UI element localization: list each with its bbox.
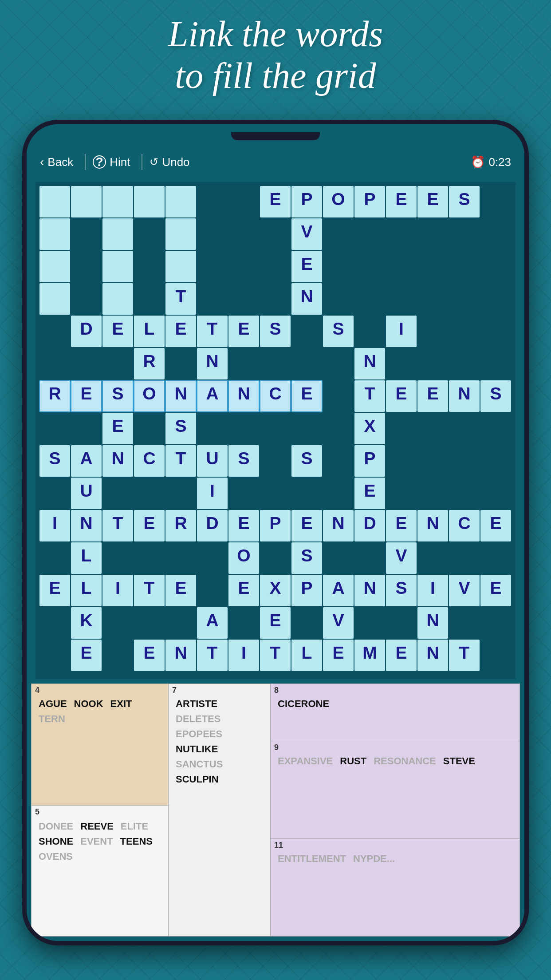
- svg-rect-35: [417, 218, 449, 250]
- svg-rect-250: [480, 542, 512, 574]
- word-steve[interactable]: STEVE: [441, 755, 478, 768]
- svg-text:I: I: [210, 481, 215, 500]
- svg-rect-25: [134, 218, 165, 250]
- group-11-content: ENTITLEMENT NYPDE...: [271, 849, 520, 869]
- svg-rect-60: [197, 283, 228, 315]
- svg-text:T: T: [176, 449, 186, 468]
- word-nypd[interactable]: NYPDE...: [350, 852, 398, 865]
- word-epopees[interactable]: EPOPEES: [173, 727, 266, 741]
- svg-text:E: E: [395, 514, 407, 533]
- svg-rect-53: [480, 250, 512, 283]
- svg-text:P: P: [269, 514, 281, 533]
- svg-text:T: T: [207, 643, 218, 662]
- svg-text:U: U: [206, 449, 218, 468]
- back-icon: ‹: [40, 155, 44, 169]
- svg-text:E: E: [395, 643, 407, 662]
- top-bar: ‹ Back ? Hint ↺ Undo ⏰ 0:23: [27, 146, 524, 178]
- word-event[interactable]: EVENT: [78, 835, 115, 848]
- svg-rect-181: [417, 445, 449, 477]
- svg-rect-40: [102, 251, 133, 282]
- phone-inner: ‹ Back ? Hint ↺ Undo ⏰ 0:23 EPOP: [27, 124, 524, 941]
- svg-text:L: L: [144, 319, 155, 338]
- svg-rect-103: [228, 348, 260, 380]
- group-8-number: 8: [274, 686, 279, 695]
- svg-text:E: E: [301, 514, 312, 533]
- svg-rect-109: [386, 348, 417, 380]
- svg-text:L: L: [81, 546, 92, 565]
- svg-rect-92: [417, 315, 449, 348]
- word-elite[interactable]: ELITE: [118, 820, 151, 833]
- svg-rect-158: [449, 412, 480, 445]
- word-sculpin[interactable]: SCULPIN: [173, 773, 266, 786]
- word-shone[interactable]: SHONE: [36, 835, 76, 848]
- word-expansive[interactable]: EXPANSIVE: [275, 755, 335, 768]
- word-donee[interactable]: DONEE: [36, 820, 76, 833]
- svg-text:N: N: [426, 514, 439, 533]
- svg-rect-199: [417, 477, 449, 510]
- group-7-number: 7: [172, 686, 177, 695]
- hint-button[interactable]: ? Hint: [93, 155, 130, 169]
- word-group-8: 8 CICERONE: [271, 684, 520, 741]
- svg-text:E: E: [80, 643, 92, 662]
- back-button[interactable]: ‹ Back: [40, 155, 73, 169]
- timer-display: ⏰ 0:23: [471, 155, 511, 169]
- word-teens[interactable]: TEENS: [118, 835, 155, 848]
- svg-rect-93: [449, 315, 480, 348]
- svg-rect-192: [228, 477, 260, 510]
- svg-text:V: V: [301, 222, 312, 241]
- svg-text:C: C: [143, 449, 155, 468]
- svg-rect-69: [449, 283, 480, 315]
- word-sanctus[interactable]: SANCTUS: [173, 758, 266, 771]
- svg-rect-300: [39, 639, 71, 672]
- svg-rect-288: [228, 607, 260, 639]
- svg-rect-34: [386, 218, 417, 250]
- svg-text:N: N: [111, 449, 124, 468]
- svg-text:S: S: [395, 578, 407, 597]
- word-cicerone[interactable]: CICERONE: [275, 697, 332, 711]
- word-nutlike[interactable]: NUTLIKE: [173, 743, 266, 756]
- back-label: Back: [47, 155, 73, 169]
- svg-text:E: E: [143, 643, 155, 662]
- svg-rect-149: [197, 412, 228, 445]
- svg-text:R: R: [48, 384, 61, 403]
- svg-rect-54: [39, 283, 70, 315]
- svg-rect-51: [417, 250, 449, 283]
- word-nook[interactable]: NOOK: [71, 697, 106, 711]
- word-ovens[interactable]: OVENS: [36, 850, 75, 863]
- svg-rect-56: [102, 283, 133, 315]
- word-resonance[interactable]: RESONANCE: [371, 755, 439, 768]
- undo-button[interactable]: ↺ Undo: [150, 155, 189, 169]
- word-reeve[interactable]: REEVE: [78, 820, 116, 833]
- svg-rect-295: [386, 607, 417, 639]
- svg-rect-284: [134, 607, 165, 639]
- svg-text:E: E: [175, 319, 186, 338]
- svg-rect-187: [102, 477, 134, 510]
- word-group-4: 4 AGUE NOOK EXIT TERN 5 DONEE REEVE ELIT…: [31, 684, 169, 937]
- svg-rect-232: [39, 542, 71, 574]
- svg-rect-68: [417, 283, 449, 315]
- svg-text:D: D: [80, 319, 92, 338]
- svg-rect-37: [480, 218, 512, 250]
- word-tern[interactable]: TERN: [36, 712, 68, 726]
- svg-rect-244: [323, 542, 354, 574]
- word-exit[interactable]: EXIT: [108, 697, 135, 711]
- svg-text:E: E: [238, 319, 249, 338]
- svg-rect-183: [480, 445, 512, 477]
- svg-rect-105: [291, 348, 323, 380]
- svg-text:E: E: [364, 481, 375, 500]
- svg-rect-201: [480, 477, 512, 510]
- word-list-area: 4 AGUE NOOK EXIT TERN 5 DONEE REEVE ELIT…: [31, 684, 520, 937]
- svg-rect-111: [449, 348, 480, 380]
- svg-text:E: E: [238, 514, 249, 533]
- svg-text:T: T: [459, 643, 470, 662]
- word-deletes[interactable]: DELETES: [173, 712, 266, 726]
- svg-rect-48: [323, 250, 354, 283]
- word-rust[interactable]: RUST: [337, 755, 369, 768]
- header-text: Link the words to fill the grid: [0, 13, 551, 97]
- svg-rect-44: [228, 250, 260, 283]
- word-artiste[interactable]: ARTISTE: [173, 697, 266, 711]
- word-ague[interactable]: AGUE: [36, 697, 70, 711]
- svg-text:A: A: [80, 449, 92, 468]
- svg-text:E: E: [427, 190, 438, 209]
- word-entitlement[interactable]: ENTITLEMENT: [275, 852, 349, 865]
